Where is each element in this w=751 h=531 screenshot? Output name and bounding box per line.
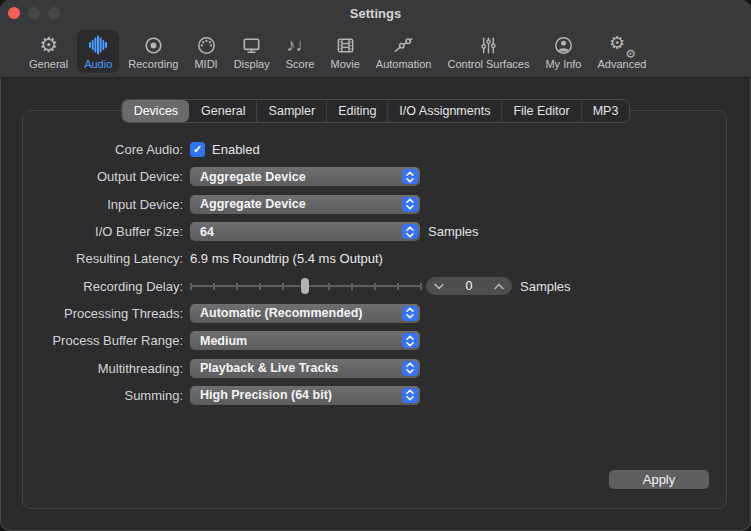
audio-devices-form: Core Audio: ✓ Enabled Output Device: Agg… <box>24 136 741 409</box>
tab-sampler[interactable]: Sampler <box>257 100 327 122</box>
popup-chevrons-icon <box>402 169 418 184</box>
popup-value: Aggregate Device <box>200 170 306 184</box>
tab-devices[interactable]: Devices <box>122 100 189 122</box>
toolbar-item-midi[interactable]: MIDI <box>187 30 224 73</box>
core-audio-row: Core Audio: ✓ Enabled <box>24 136 741 163</box>
toolbar-item-label: Control Surfaces <box>447 58 529 70</box>
core-audio-checkbox[interactable]: ✓ <box>190 142 205 157</box>
toolbar-item-general[interactable]: ⚙ General <box>22 30 75 73</box>
io-buffer-size-unit: Samples <box>428 224 479 239</box>
music-notes-icon: ♪♩ <box>287 32 314 58</box>
gear-icon: ⚙ <box>39 32 58 58</box>
popup-value: 64 <box>200 225 214 239</box>
resulting-latency-value: 6.9 ms Roundtrip (5.4 ms Output) <box>190 251 383 266</box>
io-buffer-size-select[interactable]: 64 <box>190 222 420 241</box>
input-device-label: Input Device: <box>24 197 183 212</box>
process-buffer-range-label: Process Buffer Range: <box>24 333 183 348</box>
multithreading-label: Multithreading: <box>24 361 183 376</box>
toolbar-item-label: MIDI <box>194 58 217 70</box>
stepper-increment-icon[interactable] <box>494 283 504 290</box>
tab-editing[interactable]: Editing <box>326 100 387 122</box>
popup-value: Aggregate Device <box>200 197 306 211</box>
toolbar-item-automation[interactable]: Automation <box>369 30 439 73</box>
window-title: Settings <box>0 0 751 26</box>
slider-thumb[interactable] <box>301 278 309 294</box>
user-circle-icon <box>552 32 575 58</box>
recording-delay-row: Recording Delay: 0 Samples <box>24 272 741 299</box>
toolbar-item-label: General <box>29 58 68 70</box>
io-buffer-size-label: I/O Buffer Size: <box>24 224 183 239</box>
stepper-decrement-icon[interactable] <box>434 283 444 290</box>
popup-value: Automatic (Recommended) <box>200 306 363 320</box>
toolbar-item-label: Audio <box>84 58 112 70</box>
popup-value: Medium <box>200 334 247 348</box>
processing-threads-row: Processing Threads: Automatic (Recommend… <box>24 300 741 327</box>
record-icon <box>142 32 165 58</box>
toolbar-item-control-surfaces[interactable]: Control Surfaces <box>440 30 536 73</box>
toolbar-item-label: Recording <box>128 58 178 70</box>
core-audio-label: Core Audio: <box>24 142 183 157</box>
recording-delay-stepper[interactable]: 0 <box>426 277 512 295</box>
resulting-latency-row: Resulting Latency: 6.9 ms Roundtrip (5.4… <box>24 245 741 272</box>
output-device-select[interactable]: Aggregate Device <box>190 167 420 186</box>
popup-chevrons-icon <box>402 361 418 376</box>
popup-chevrons-icon <box>402 224 418 239</box>
gears-icon: ⚙⚙ <box>609 32 635 58</box>
midi-connector-icon <box>195 32 218 58</box>
recording-delay-value: 0 <box>466 279 473 293</box>
popup-chevrons-icon <box>402 197 418 212</box>
automation-nodes-icon <box>392 32 415 58</box>
toolbar-item-label: Display <box>234 58 270 70</box>
toolbar-item-movie[interactable]: Movie <box>323 30 366 73</box>
output-device-label: Output Device: <box>24 169 183 184</box>
core-audio-checkbox-label: Enabled <box>212 142 260 157</box>
toolbar-item-label: Automation <box>376 58 432 70</box>
input-device-row: Input Device: Aggregate Device <box>24 191 741 218</box>
toolbar-item-label: Advanced <box>598 58 647 70</box>
input-device-select[interactable]: Aggregate Device <box>190 195 420 214</box>
processing-threads-label: Processing Threads: <box>24 306 183 321</box>
checkmark-icon: ✓ <box>193 143 202 155</box>
processing-threads-select[interactable]: Automatic (Recommended) <box>190 304 420 323</box>
resulting-latency-label: Resulting Latency: <box>24 251 183 266</box>
output-device-row: Output Device: Aggregate Device <box>24 163 741 190</box>
tab-io-assignments[interactable]: I/O Assignments <box>387 100 501 122</box>
toolbar-item-score[interactable]: ♪♩ Score <box>279 30 322 73</box>
apply-button[interactable]: Apply <box>609 470 709 489</box>
tab-file-editor[interactable]: File Editor <box>501 100 580 122</box>
popup-value: Playback & Live Tracks <box>200 361 338 375</box>
recording-delay-label: Recording Delay: <box>24 279 183 294</box>
toolbar-item-advanced[interactable]: ⚙⚙ Advanced <box>591 30 654 73</box>
toolbar-item-my-info[interactable]: My Info <box>538 30 588 73</box>
process-buffer-range-row: Process Buffer Range: Medium <box>24 327 741 354</box>
tab-mp3[interactable]: MP3 <box>581 100 630 122</box>
toolbar-item-audio[interactable]: Audio <box>77 30 119 73</box>
multithreading-row: Multithreading: Playback & Live Tracks <box>24 354 741 381</box>
process-buffer-range-select[interactable]: Medium <box>190 331 420 350</box>
popup-chevrons-icon <box>402 306 418 321</box>
recording-delay-unit: Samples <box>520 279 571 294</box>
monitor-icon <box>240 32 263 58</box>
toolbar-item-label: My Info <box>545 58 581 70</box>
popup-chevrons-icon <box>402 333 418 348</box>
settings-tab-bar: Devices General Sampler Editing I/O Assi… <box>121 99 631 123</box>
tab-general[interactable]: General <box>189 100 256 122</box>
recording-delay-slider[interactable] <box>190 277 422 295</box>
film-frame-icon <box>334 32 357 58</box>
summing-select[interactable]: High Precision (64 bit) <box>190 386 420 405</box>
io-buffer-size-row: I/O Buffer Size: 64 Samples <box>24 218 741 245</box>
popup-value: High Precision (64 bit) <box>200 388 332 402</box>
summing-label: Summing: <box>24 388 183 403</box>
settings-toolbar: ⚙ General Audio Recording <box>0 26 751 78</box>
toolbar-item-recording[interactable]: Recording <box>121 30 185 73</box>
settings-window: Settings ⚙ General Audio <box>0 0 751 531</box>
faders-icon <box>477 32 500 58</box>
popup-chevrons-icon <box>402 388 418 403</box>
audio-waveform-icon <box>86 32 110 58</box>
toolbar-item-label: Score <box>286 58 315 70</box>
multithreading-select[interactable]: Playback & Live Tracks <box>190 359 420 378</box>
toolbar-item-display[interactable]: Display <box>227 30 277 73</box>
summing-row: Summing: High Precision (64 bit) <box>24 382 741 409</box>
toolbar-item-label: Movie <box>330 58 359 70</box>
